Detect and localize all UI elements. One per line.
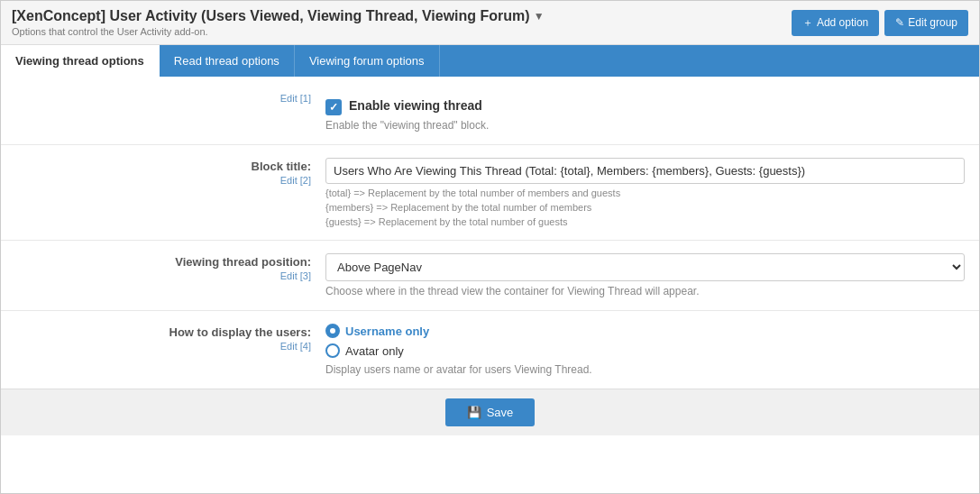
title-dropdown-arrow[interactable]: ▼ [534,10,545,23]
option-value-col-enable: Enable viewing thread Enable the "viewin… [325,87,979,133]
header-title-area: [XenConcept] User Activity (Users Viewed… [12,8,545,37]
tab-viewing-forum-label: Viewing forum options [309,54,425,68]
save-button[interactable]: 💾 Save [445,398,536,426]
page-header: [XenConcept] User Activity (Users Viewed… [1,1,979,45]
edit-link-2[interactable]: Edit [2] [1,175,311,186]
save-label: Save [487,406,514,419]
option-label-col-display: How to display the users: Edit [4] [1,322,325,378]
tab-viewing-thread-label: Viewing thread options [15,54,144,68]
hint-members: {members} => Replacement by the total nu… [325,202,965,213]
option-row-block-title: Block title: Edit [2] {total} => Replace… [1,145,979,241]
option-label-col-position: Viewing thread position: Edit [3] [1,252,325,299]
add-option-label: Add option [817,16,868,29]
add-option-button[interactable]: ＋ Add option [792,10,879,36]
display-label: How to display the users: [169,325,311,339]
tab-read-thread-label: Read thread options [174,54,279,68]
page-title-text: [XenConcept] User Activity (Users Viewed… [12,8,530,24]
tab-viewing-thread[interactable]: Viewing thread options [1,45,160,77]
option-value-col-block-title: {total} => Replacement by the total numb… [325,156,979,229]
edit-group-button[interactable]: ✎ Edit group [884,10,968,36]
tab-viewing-forum[interactable]: Viewing forum options [295,45,440,77]
enable-viewing-thread-checkbox[interactable] [325,99,342,115]
option-row-position: Viewing thread position: Edit [3] Above … [1,241,979,311]
radio-avatar-only: Avatar only [325,343,965,358]
option-label-col-block-title: Block title: Edit [2] [1,156,325,229]
save-bar: 💾 Save [1,389,979,435]
option-value-col-position: Above PageNav Below PageNav Above Posts … [325,252,979,299]
header-buttons: ＋ Add option ✎ Edit group [792,10,968,36]
position-label: Viewing thread position: [175,255,311,269]
edit-link-1[interactable]: Edit [1] [1,93,311,104]
page-wrapper: [XenConcept] User Activity (Users Viewed… [0,0,980,494]
edit-link-4[interactable]: Edit [4] [1,341,311,352]
edit-link-3[interactable]: Edit [3] [1,270,311,281]
option-value-col-display: Username only Avatar only Display users … [325,322,979,378]
tabs-bar: Viewing thread options Read thread optio… [1,45,979,77]
save-icon: 💾 [467,406,481,419]
radio-avatar-input[interactable] [325,343,340,358]
options-content: Edit [1] Enable viewing thread Enable th… [1,77,979,389]
tab-read-thread[interactable]: Read thread options [160,45,295,77]
plus-icon: ＋ [802,15,813,31]
radio-username-input[interactable] [325,324,340,338]
edit-group-label: Edit group [908,16,957,29]
page-title: [XenConcept] User Activity (Users Viewed… [12,8,545,24]
checkbox-label-enable: Enable viewing thread [349,98,482,113]
block-title-label: Block title: [252,160,311,173]
hint-guests: {guests} => Replacement by the total num… [325,216,965,227]
display-desc: Display users name or avatar for users V… [325,363,965,376]
radio-avatar-label: Avatar only [345,344,404,358]
page-subtitle: Options that control the User Activity a… [12,26,545,37]
option-row-enable: Edit [1] Enable viewing thread Enable th… [1,77,979,145]
position-desc: Choose where in the thread view the cont… [325,285,965,297]
option-row-display: How to display the users: Edit [4] Usern… [1,311,979,389]
enable-viewing-thread-desc: Enable the "viewing thread" block. [325,119,965,132]
edit-icon: ✎ [895,16,904,29]
radio-username-only: Username only [325,324,965,338]
option-label-col-enable: Edit [1] [1,87,325,133]
checkbox-row-enable: Enable viewing thread [325,98,965,115]
position-select[interactable]: Above PageNav Below PageNav Above Posts … [325,253,965,281]
radio-username-label: Username only [345,325,429,338]
hint-total: {total} => Replacement by the total numb… [325,188,965,198]
block-title-input[interactable] [325,158,965,184]
